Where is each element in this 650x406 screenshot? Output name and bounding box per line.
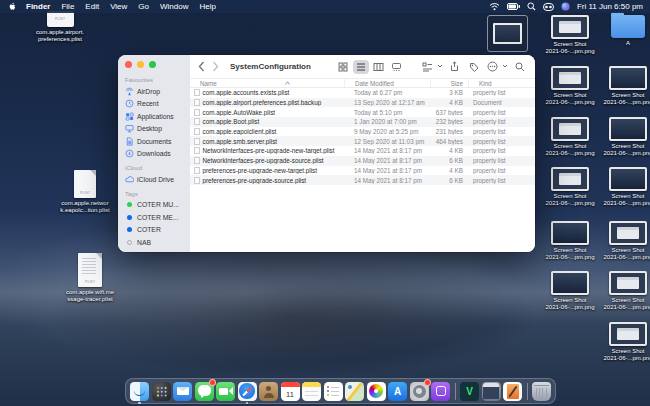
sidebar-item-label: AirDrop <box>137 88 160 95</box>
table-row[interactable]: preferences-pre-upgrade-source.plist14 M… <box>190 175 535 185</box>
column-header-name[interactable]: Name <box>190 79 344 87</box>
column-header-date[interactable]: Date Modified <box>344 79 430 87</box>
table-row[interactable]: com.apple.smb.server.plist12 Sep 2020 at… <box>190 136 535 146</box>
desktop-icon-screenshot[interactable]: Screen Shot2021-06-...pm.png <box>599 271 650 311</box>
dock-maps-icon[interactable] <box>345 382 364 401</box>
desktop-icon-screenshot[interactable]: Screen Shot2021-06-...pm.png <box>541 271 599 311</box>
file-kind: property list <box>468 138 535 145</box>
desktop-icon-airport-plist[interactable]: PLIST com.apple.airport.preferences.plis… <box>26 11 94 43</box>
forward-button[interactable] <box>210 61 220 73</box>
dock-appstore-icon[interactable]: A <box>388 382 407 401</box>
dock-messages-icon[interactable] <box>195 382 214 401</box>
screenshot-thumbnail <box>551 167 589 191</box>
menu-go[interactable]: Go <box>138 2 149 11</box>
sidebar-item-downloads[interactable]: Downloads <box>125 148 190 161</box>
desktop-icon-screenshot[interactable]: Screen Shot2021-06-...pm.png <box>599 322 650 362</box>
running-indicator <box>138 402 141 405</box>
dock-calendar-icon[interactable]: 11 <box>281 382 300 401</box>
menu-help[interactable]: Help <box>199 2 215 11</box>
desktop-icon-wifi-plist[interactable]: PLIST com.apple.wifi.message-tracer.plis… <box>56 253 124 303</box>
dock-launchpad-icon[interactable] <box>152 382 171 401</box>
desktop-icon-screenshot[interactable]: Screen Shot2021-06-...pm.png <box>541 117 599 157</box>
share-button[interactable] <box>447 60 462 74</box>
desktop-icon-screenshot[interactable]: Screen Shot2021-06-...pm.png <box>541 15 599 55</box>
dock-v-app-icon[interactable]: V <box>460 382 479 401</box>
dock-purple-app-icon[interactable] <box>431 382 450 401</box>
dock-mail-icon[interactable] <box>173 382 192 401</box>
wifi-icon[interactable] <box>489 2 500 11</box>
search-button[interactable] <box>512 60 527 74</box>
dock-reminders-icon[interactable] <box>324 382 343 401</box>
file-icon <box>194 99 200 106</box>
desktop-icon-screenshot[interactable]: Screen Shot2021-06-...pm.png <box>541 221 599 261</box>
desktop-icon-screenshot[interactable]: Screen Shot2021-06-...pm.png <box>599 117 650 157</box>
menu-finder[interactable]: Finder <box>26 2 50 11</box>
file-name: com.apple.Boot.plist <box>203 118 260 125</box>
sidebar-item-desktop[interactable]: Desktop <box>125 123 190 136</box>
table-row[interactable]: com.apple.Boot.plist1 Jan 2020 at 7:00 p… <box>190 117 535 127</box>
sidebar-item-airdrop[interactable]: AirDrop <box>125 85 190 98</box>
back-button[interactable] <box>196 61 206 73</box>
table-row[interactable]: com.apple.accounts.exists.plistToday at … <box>190 88 535 98</box>
desktop-icon-screenshot[interactable]: Screen Shot2021-06-...pm.png <box>599 167 650 207</box>
dock-contacts-icon[interactable] <box>259 382 278 401</box>
sidebar-tag-coter-mu[interactable]: COTER MU... <box>125 199 190 212</box>
clock-icon <box>125 99 134 108</box>
list-view-button[interactable] <box>353 60 369 74</box>
screenshot-preview-thumbnail[interactable] <box>487 15 528 52</box>
desktop-icon-screenshot[interactable]: Screen Shot2021-06-...pm.png <box>541 167 599 207</box>
tag-dot-icon <box>127 215 132 220</box>
minimize-button[interactable] <box>137 61 144 68</box>
desktop-icon-folder-a[interactable]: A <box>599 13 650 47</box>
icon-view-button[interactable] <box>335 60 351 74</box>
file-name: preferences-pre-upgrade-new-target.plist <box>203 167 317 174</box>
sidebar-item-recent[interactable]: Recent <box>125 98 190 111</box>
sidebar-item-documents[interactable]: Documents <box>125 135 190 148</box>
sidebar-item-icloud-drive[interactable]: iCloud Drive <box>125 173 190 186</box>
menu-view[interactable]: View <box>110 2 127 11</box>
desktop-icon-network-plist[interactable]: PLIST com.apple.network.eapolc...tion.pl… <box>51 170 119 214</box>
table-row[interactable]: com.apple.eapolclient.plist9 May 2020 at… <box>190 127 535 137</box>
desktop-icon-screenshot[interactable]: Screen Shot2021-06-...pm.png <box>541 66 599 106</box>
sidebar-item-applications[interactable]: Applications <box>125 110 190 123</box>
table-row[interactable]: NetworkInterfaces-pre-upgrade-source.pli… <box>190 156 535 166</box>
table-row[interactable]: NetworkInterfaces-pre-upgrade-new-target… <box>190 146 535 156</box>
dock-system-preferences-icon[interactable] <box>410 382 429 401</box>
control-center-icon[interactable] <box>543 3 554 11</box>
zoom-button[interactable] <box>149 61 156 68</box>
actions-button[interactable] <box>485 60 500 74</box>
sidebar-tag-coter-me[interactable]: COTER ME... <box>125 211 190 224</box>
dock-trash-icon[interactable] <box>532 382 551 401</box>
dock-safari-icon[interactable] <box>238 382 257 401</box>
menu-window[interactable]: Window <box>160 2 188 11</box>
screenshot-thumbnail <box>609 117 647 141</box>
dock-orange-document-icon[interactable] <box>503 382 522 401</box>
dock-minimized-window-icon[interactable] <box>482 382 501 401</box>
dock-photos-icon[interactable] <box>367 382 386 401</box>
tags-button[interactable] <box>466 60 481 74</box>
siri-icon[interactable] <box>561 2 570 11</box>
desktop-icon-screenshot[interactable]: Screen Shot2021-06-...pm.png <box>599 66 650 106</box>
menu-edit[interactable]: Edit <box>85 2 99 11</box>
close-button[interactable] <box>125 61 132 68</box>
table-row[interactable]: com.apple.airport.preferences.plist.back… <box>190 98 535 108</box>
column-header-size[interactable]: Size <box>430 79 468 87</box>
desktop-icon-screenshot[interactable]: Screen Shot2021-06-...pm.png <box>599 221 650 261</box>
file-size: 637 bytes <box>430 109 468 116</box>
column-header-kind[interactable]: Kind <box>468 79 535 87</box>
battery-icon[interactable] <box>507 3 520 10</box>
dock-notes-icon[interactable] <box>302 382 321 401</box>
menu-file[interactable]: File <box>61 2 74 11</box>
table-row[interactable]: com.apple.AutoWake.plistToday at 5:10 pm… <box>190 107 535 117</box>
menu-bar-clock[interactable]: Fri 11 Jun 6:50 pm <box>577 2 643 11</box>
column-view-button[interactable] <box>371 60 387 74</box>
sidebar-tag-nab[interactable]: NAB <box>125 236 190 249</box>
dock-finder-icon[interactable] <box>130 382 149 401</box>
gallery-view-button[interactable] <box>389 60 405 74</box>
table-row[interactable]: preferences-pre-upgrade-new-target.plist… <box>190 166 535 176</box>
apple-menu-icon[interactable] <box>7 2 16 12</box>
dock-facetime-icon[interactable] <box>216 382 235 401</box>
group-button[interactable] <box>420 60 435 74</box>
sidebar-tag-coter[interactable]: COTER <box>125 224 190 237</box>
spotlight-icon[interactable] <box>527 2 536 11</box>
